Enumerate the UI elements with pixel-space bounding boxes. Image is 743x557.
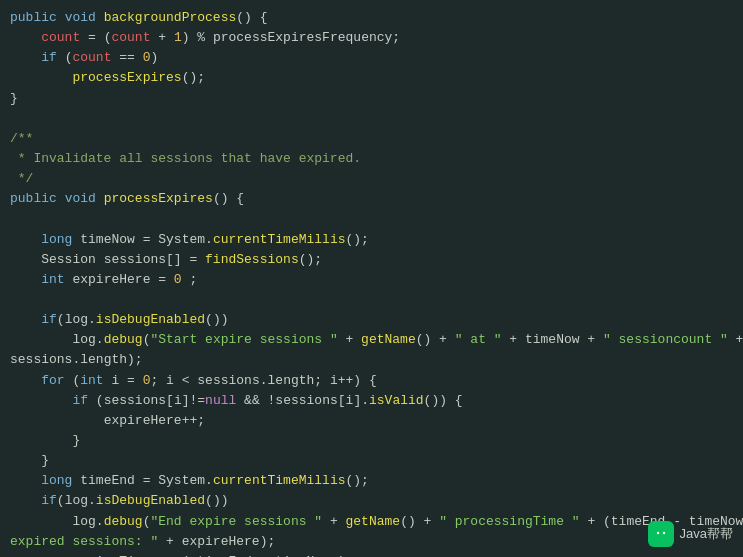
logo-label: Java帮帮	[680, 525, 733, 543]
code-line-10: public void processExpires() {	[0, 189, 743, 209]
code-line-19: for (int i = 0; i < sessions.length; i++…	[0, 371, 743, 391]
code-line-20: if (sessions[i]!=null && !sessions[i].is…	[0, 391, 743, 411]
code-line-9: */	[0, 169, 743, 189]
code-line-2: count = (count + 1) % processExpiresFreq…	[0, 28, 743, 48]
wechat-logo-icon	[648, 521, 674, 547]
code-line-14: int expireHere = 0 ;	[0, 270, 743, 290]
code-line-12: long timeNow = System.currentTimeMillis(…	[0, 230, 743, 250]
code-line-22: }	[0, 431, 743, 451]
code-line-23: }	[0, 451, 743, 471]
code-line-7: /**	[0, 129, 743, 149]
code-line-15	[0, 290, 743, 310]
code-line-13: Session sessions[] = findSessions();	[0, 250, 743, 270]
code-line-26: log.debug("End expire sessions " + getNa…	[0, 512, 743, 532]
code-line-3: if (count == 0)	[0, 48, 743, 68]
code-line-18: sessions.length);	[0, 350, 743, 370]
code-line-21: expireHere++;	[0, 411, 743, 431]
code-line-24: long timeEnd = System.currentTimeMillis(…	[0, 471, 743, 491]
logo-area: Java帮帮	[648, 521, 733, 547]
svg-point-2	[656, 532, 658, 534]
code-line-16: if(log.isDebugEnabled())	[0, 310, 743, 330]
code-container: public void backgroundProcess() { count …	[0, 0, 743, 557]
code-line-25: if(log.isDebugEnabled())	[0, 491, 743, 511]
code-line-17: log.debug("Start expire sessions " + get…	[0, 330, 743, 350]
code-line-8: * Invalidate all sessions that have expi…	[0, 149, 743, 169]
code-line-11	[0, 209, 743, 229]
code-line-28: processingTime += ( timeEnd - timeNow );	[0, 552, 743, 557]
code-line-5: }	[0, 89, 743, 109]
svg-point-3	[662, 532, 664, 534]
code-line-6	[0, 109, 743, 129]
code-line-1: public void backgroundProcess() {	[0, 8, 743, 28]
code-line-4: processExpires();	[0, 68, 743, 88]
code-line-27: expired sessions: " + expireHere);	[0, 532, 743, 552]
